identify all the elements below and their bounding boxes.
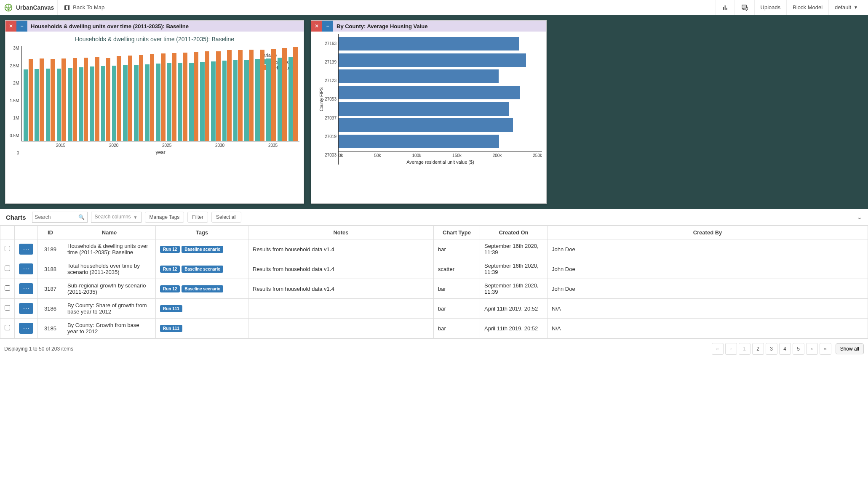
cell-created-by: John Doe <box>548 259 868 279</box>
row-actions-button[interactable]: … <box>19 323 33 334</box>
year-group <box>90 46 99 141</box>
cell-created-by: John Doe <box>548 239 868 259</box>
year-group <box>35 46 44 141</box>
cell-created-on: September 16th 2020, 11:39 <box>480 279 548 299</box>
y-axis-label: County FIPS <box>319 88 324 112</box>
cell-notes: Results from household data v1.4 <box>248 259 434 279</box>
bar <box>106 58 110 141</box>
year-group <box>57 46 66 141</box>
chart-title: Households & dwelling units over time (2… <box>10 36 299 43</box>
block-model-button[interactable]: Block Model <box>786 0 828 15</box>
col-actions <box>15 226 38 239</box>
select-all-button[interactable]: Select all <box>211 212 241 223</box>
year-group <box>167 46 176 141</box>
table-row: …3185By County: Growth from base year to… <box>0 319 868 338</box>
pager-page[interactable]: 4 <box>779 343 791 355</box>
year-group <box>178 46 187 141</box>
panel-header: ✕ − Households & dwelling units over tim… <box>5 21 304 32</box>
bar <box>260 50 265 141</box>
tag[interactable]: Baseline scenario <box>182 266 223 273</box>
manage-tags-button[interactable]: Manage Tags <box>145 212 184 223</box>
tag[interactable]: Run 12 <box>160 266 180 273</box>
bar <box>238 50 243 141</box>
row-checkbox[interactable] <box>5 305 10 311</box>
panel-close-button[interactable]: ✕ <box>311 21 322 32</box>
tag[interactable]: Run 12 <box>160 285 180 292</box>
bar <box>35 69 39 141</box>
pagination-status: Displaying 1 to 50 of 203 items <box>4 346 73 352</box>
bar <box>278 58 282 141</box>
row-checkbox[interactable] <box>5 325 10 330</box>
panel-close-button[interactable]: ✕ <box>5 21 16 32</box>
show-all-button[interactable]: Show all <box>836 343 864 354</box>
x-axis-label: Average residential unit value ($) <box>339 159 542 165</box>
bar <box>288 57 293 141</box>
cell-type: bar <box>434 319 480 338</box>
charts-icon-button[interactable] <box>716 0 734 15</box>
col-checkbox <box>0 226 15 239</box>
row-actions-button[interactable]: … <box>19 303 33 314</box>
pager: «‹12345›» <box>712 343 831 355</box>
row-actions-button[interactable]: … <box>19 244 33 255</box>
bar-chart-icon <box>722 4 729 11</box>
cell-created-by: John Doe <box>548 279 868 299</box>
pager-last[interactable]: » <box>820 343 831 355</box>
row-actions-button[interactable]: … <box>19 283 33 294</box>
app-logo-icon <box>4 3 13 12</box>
year-group <box>233 46 243 141</box>
bar <box>227 50 232 141</box>
cell-tags: Run 12Baseline scenario <box>156 259 248 279</box>
pager-page[interactable]: 5 <box>793 343 804 355</box>
bar <box>339 135 499 148</box>
chart-plot <box>21 46 299 141</box>
bar <box>134 65 139 141</box>
cell-id: 3189 <box>38 239 63 259</box>
tag[interactable]: Baseline scenario <box>182 285 223 292</box>
row-actions-button[interactable]: … <box>19 263 33 274</box>
cell-tags: Run 111 <box>156 299 248 319</box>
tag[interactable]: Run 111 <box>160 305 182 312</box>
year-group <box>266 46 275 141</box>
columns-dropdown[interactable]: Search columns ▼ <box>91 212 142 223</box>
back-to-map-button[interactable]: Back To Map <box>57 0 110 15</box>
bar <box>101 66 106 141</box>
panel-minimize-button[interactable]: − <box>322 21 333 32</box>
cell-type: bar <box>434 279 480 299</box>
cell-notes <box>248 319 434 338</box>
pager-next[interactable]: › <box>806 343 818 355</box>
cell-notes: Results from household data v1.4 <box>248 239 434 259</box>
x-axis: 20152020202520302035 <box>34 143 299 148</box>
cell-id: 3188 <box>38 259 63 279</box>
pager-page[interactable]: 2 <box>752 343 764 355</box>
cell-tags: Run 111 <box>156 319 248 338</box>
expand-icon[interactable]: ⌄ <box>855 214 865 221</box>
row-checkbox[interactable] <box>5 246 10 251</box>
table-row: …3189Households & dwelling units over ti… <box>0 239 868 259</box>
cell-created-on: September 16th 2020, 11:39 <box>480 259 548 279</box>
user-dropdown[interactable]: default ▼ <box>828 0 864 15</box>
tag[interactable]: Run 12 <box>160 246 180 253</box>
uploads-button[interactable]: Uploads <box>754 0 787 15</box>
year-group <box>278 46 287 141</box>
topbar: UrbanCanvas Back To Map Uploads Block Mo… <box>0 0 868 15</box>
bar <box>128 56 133 141</box>
cell-created-by: N/A <box>548 319 868 338</box>
filter-button[interactable]: Filter <box>187 212 208 223</box>
row-checkbox[interactable] <box>5 285 10 291</box>
table-row: …3186By County: Share of growth from bas… <box>0 299 868 319</box>
cell-name: Sub-regional growth by scenario (2011-20… <box>63 279 156 299</box>
bar <box>194 52 199 141</box>
tag[interactable]: Run 111 <box>160 325 182 332</box>
chart-panel-county: ✕ − By County: Average Housing Value Cou… <box>311 20 547 204</box>
comments-icon-button[interactable] <box>734 0 754 15</box>
pager-page[interactable]: 3 <box>766 343 777 355</box>
panel-header: ✕ − By County: Average Housing Value <box>311 21 546 32</box>
bar <box>222 61 227 141</box>
bar <box>24 69 28 141</box>
charts-table: ID Name Tags Notes Chart Type Created On… <box>0 226 868 338</box>
tag[interactable]: Baseline scenario <box>182 246 223 253</box>
columns-dropdown-label: Search columns <box>95 214 131 220</box>
panel-minimize-button[interactable]: − <box>16 21 27 32</box>
panel-body: Households & dwelling units over time (2… <box>5 32 304 203</box>
row-checkbox[interactable] <box>5 266 10 271</box>
